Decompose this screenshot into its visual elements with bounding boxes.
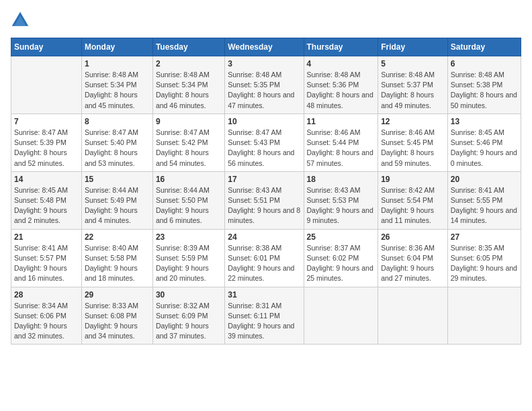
day-number: 19 [381, 175, 445, 184]
calendar-cell: 8 Sunrise: 8:47 AMSunset: 5:40 PMDayligh… [81, 113, 152, 171]
calendar-cell: 11 Sunrise: 8:46 AMSunset: 5:44 PMDaylig… [304, 113, 378, 171]
day-info: Sunrise: 8:47 AMSunset: 5:39 PMDaylight:… [14, 128, 79, 169]
calendar-cell: 16 Sunrise: 8:44 AMSunset: 5:50 PMDaylig… [152, 171, 224, 229]
col-header-monday: Monday [81, 38, 152, 56]
day-info: Sunrise: 8:45 AMSunset: 5:48 PMDaylight:… [14, 185, 79, 226]
day-info: Sunrise: 8:38 AMSunset: 6:01 PMDaylight:… [228, 243, 300, 284]
day-info: Sunrise: 8:33 AMSunset: 6:08 PMDaylight:… [85, 301, 150, 342]
day-number: 9 [156, 117, 222, 126]
day-info: Sunrise: 8:48 AMSunset: 5:34 PMDaylight:… [85, 70, 150, 111]
calendar-table: SundayMondayTuesdayWednesdayThursdayFrid… [11, 38, 521, 345]
day-number: 21 [14, 232, 79, 242]
calendar-cell: 20 Sunrise: 8:41 AMSunset: 5:55 PMDaylig… [447, 171, 521, 229]
col-header-thursday: Thursday [304, 38, 378, 56]
calendar-cell [11, 56, 82, 114]
day-number: 23 [156, 232, 222, 242]
calendar-cell: 24 Sunrise: 8:38 AMSunset: 6:01 PMDaylig… [225, 229, 304, 287]
day-number: 13 [451, 117, 518, 126]
day-info: Sunrise: 8:48 AMSunset: 5:35 PMDaylight:… [228, 70, 300, 111]
calendar-cell: 3 Sunrise: 8:48 AMSunset: 5:35 PMDayligh… [225, 56, 304, 114]
day-number: 2 [156, 59, 222, 68]
calendar-cell: 2 Sunrise: 8:48 AMSunset: 5:34 PMDayligh… [152, 56, 224, 114]
week-row-3: 14 Sunrise: 8:45 AMSunset: 5:48 PMDaylig… [11, 171, 521, 229]
calendar-cell: 9 Sunrise: 8:47 AMSunset: 5:42 PMDayligh… [152, 113, 224, 171]
day-number: 4 [307, 59, 375, 68]
day-info: Sunrise: 8:35 AMSunset: 6:05 PMDaylight:… [451, 243, 518, 284]
col-header-friday: Friday [378, 38, 448, 56]
day-info: Sunrise: 8:48 AMSunset: 5:34 PMDaylight:… [156, 70, 222, 111]
day-number: 22 [85, 232, 150, 242]
calendar-cell: 6 Sunrise: 8:48 AMSunset: 5:38 PMDayligh… [447, 56, 521, 114]
day-info: Sunrise: 8:42 AMSunset: 5:54 PMDaylight:… [381, 185, 445, 226]
day-info: Sunrise: 8:41 AMSunset: 5:57 PMDaylight:… [14, 243, 79, 284]
day-number: 6 [451, 59, 518, 68]
calendar-cell: 23 Sunrise: 8:39 AMSunset: 5:59 PMDaylig… [152, 229, 224, 287]
day-number: 20 [451, 175, 518, 184]
calendar-cell: 30 Sunrise: 8:32 AMSunset: 6:09 PMDaylig… [152, 287, 224, 345]
day-number: 27 [451, 232, 518, 242]
calendar-cell [378, 287, 448, 345]
day-number: 17 [228, 175, 300, 184]
week-row-4: 21 Sunrise: 8:41 AMSunset: 5:57 PMDaylig… [11, 229, 521, 287]
week-row-5: 28 Sunrise: 8:34 AMSunset: 6:06 PMDaylig… [11, 287, 521, 345]
day-info: Sunrise: 8:48 AMSunset: 5:38 PMDaylight:… [451, 70, 518, 111]
day-info: Sunrise: 8:36 AMSunset: 6:04 PMDaylight:… [381, 243, 445, 284]
day-info: Sunrise: 8:34 AMSunset: 6:06 PMDaylight:… [14, 301, 79, 342]
day-info: Sunrise: 8:45 AMSunset: 5:46 PMDaylight:… [451, 128, 518, 169]
calendar-cell [304, 287, 378, 345]
day-info: Sunrise: 8:31 AMSunset: 6:11 PMDaylight:… [228, 301, 300, 342]
calendar-cell: 1 Sunrise: 8:48 AMSunset: 5:34 PMDayligh… [81, 56, 152, 114]
logo-icon [11, 11, 30, 30]
day-number: 1 [85, 59, 150, 68]
day-number: 16 [156, 175, 222, 184]
col-header-wednesday: Wednesday [225, 38, 304, 56]
day-info: Sunrise: 8:47 AMSunset: 5:42 PMDaylight:… [156, 128, 222, 169]
day-number: 26 [381, 232, 445, 242]
week-row-2: 7 Sunrise: 8:47 AMSunset: 5:39 PMDayligh… [11, 113, 521, 171]
calendar-cell: 21 Sunrise: 8:41 AMSunset: 5:57 PMDaylig… [11, 229, 82, 287]
day-number: 3 [228, 59, 300, 68]
col-header-tuesday: Tuesday [152, 38, 224, 56]
calendar-cell: 22 Sunrise: 8:40 AMSunset: 5:58 PMDaylig… [81, 229, 152, 287]
calendar-cell: 10 Sunrise: 8:47 AMSunset: 5:43 PMDaylig… [225, 113, 304, 171]
day-number: 24 [228, 232, 300, 242]
day-number: 15 [85, 175, 150, 184]
calendar-cell: 13 Sunrise: 8:45 AMSunset: 5:46 PMDaylig… [447, 113, 521, 171]
calendar-cell: 26 Sunrise: 8:36 AMSunset: 6:04 PMDaylig… [378, 229, 448, 287]
day-info: Sunrise: 8:46 AMSunset: 5:45 PMDaylight:… [381, 128, 445, 169]
day-number: 30 [156, 290, 222, 300]
calendar-cell: 19 Sunrise: 8:42 AMSunset: 5:54 PMDaylig… [378, 171, 448, 229]
day-info: Sunrise: 8:41 AMSunset: 5:55 PMDaylight:… [451, 185, 518, 226]
calendar-cell: 14 Sunrise: 8:45 AMSunset: 5:48 PMDaylig… [11, 171, 82, 229]
day-info: Sunrise: 8:44 AMSunset: 5:49 PMDaylight:… [85, 185, 150, 226]
day-info: Sunrise: 8:43 AMSunset: 5:53 PMDaylight:… [307, 185, 375, 226]
day-number: 29 [85, 290, 150, 300]
col-header-saturday: Saturday [447, 38, 521, 56]
day-number: 5 [381, 59, 445, 68]
page-header [11, 11, 521, 30]
day-info: Sunrise: 8:48 AMSunset: 5:37 PMDaylight:… [381, 70, 445, 111]
logo [11, 11, 32, 30]
calendar-cell: 25 Sunrise: 8:37 AMSunset: 6:02 PMDaylig… [304, 229, 378, 287]
day-number: 7 [14, 117, 79, 126]
calendar-cell: 18 Sunrise: 8:43 AMSunset: 5:53 PMDaylig… [304, 171, 378, 229]
day-number: 25 [307, 232, 375, 242]
calendar-cell: 7 Sunrise: 8:47 AMSunset: 5:39 PMDayligh… [11, 113, 82, 171]
day-number: 31 [228, 290, 300, 300]
calendar-cell: 29 Sunrise: 8:33 AMSunset: 6:08 PMDaylig… [81, 287, 152, 345]
day-number: 12 [381, 117, 445, 126]
day-info: Sunrise: 8:47 AMSunset: 5:43 PMDaylight:… [228, 128, 300, 169]
calendar-cell: 4 Sunrise: 8:48 AMSunset: 5:36 PMDayligh… [304, 56, 378, 114]
calendar-cell: 17 Sunrise: 8:43 AMSunset: 5:51 PMDaylig… [225, 171, 304, 229]
day-info: Sunrise: 8:44 AMSunset: 5:50 PMDaylight:… [156, 185, 222, 226]
day-info: Sunrise: 8:48 AMSunset: 5:36 PMDaylight:… [307, 70, 375, 111]
calendar-cell: 12 Sunrise: 8:46 AMSunset: 5:45 PMDaylig… [378, 113, 448, 171]
header-row: SundayMondayTuesdayWednesdayThursdayFrid… [11, 38, 521, 56]
calendar-cell: 27 Sunrise: 8:35 AMSunset: 6:05 PMDaylig… [447, 229, 521, 287]
calendar-cell: 5 Sunrise: 8:48 AMSunset: 5:37 PMDayligh… [378, 56, 448, 114]
calendar-cell: 31 Sunrise: 8:31 AMSunset: 6:11 PMDaylig… [225, 287, 304, 345]
day-info: Sunrise: 8:40 AMSunset: 5:58 PMDaylight:… [85, 243, 150, 284]
day-number: 14 [14, 175, 79, 184]
day-number: 28 [14, 290, 79, 300]
calendar-cell: 28 Sunrise: 8:34 AMSunset: 6:06 PMDaylig… [11, 287, 82, 345]
